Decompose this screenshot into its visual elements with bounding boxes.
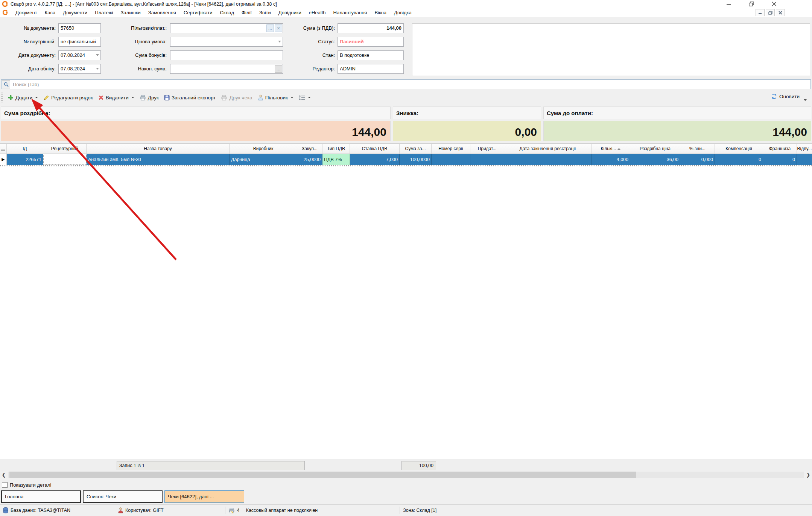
cell-receipt[interactable] — [43, 154, 87, 165]
tab-main[interactable]: Головна — [1, 490, 81, 503]
column-header-vat-type[interactable]: Тип ПДВ — [322, 144, 350, 154]
scroll-left-arrow[interactable]: ❮ — [0, 471, 8, 478]
mdi-restore-button[interactable] — [766, 9, 775, 16]
clear-x-button[interactable]: ✕ — [275, 24, 282, 32]
column-header-purchase[interactable]: Закуп... — [297, 144, 322, 154]
column-header-producer[interactable]: Виробник — [230, 144, 297, 154]
menu-settings[interactable]: Налаштування — [330, 9, 371, 17]
refresh-button[interactable]: Оновити — [768, 92, 802, 101]
menu-document[interactable]: Документ — [12, 9, 41, 17]
show-details-checkbox[interactable] — [2, 482, 8, 488]
column-header-vat-rate[interactable]: Ставка ПДВ — [350, 144, 400, 154]
floppy-icon — [164, 95, 170, 100]
menu-kasa[interactable]: Каса — [41, 9, 59, 17]
column-header-validity[interactable]: Придат... — [470, 144, 504, 154]
accum-sum-field[interactable]: … — [170, 64, 283, 74]
column-header-discount-pct[interactable]: % зни... — [680, 144, 715, 154]
ellipsis-button[interactable]: … — [275, 65, 282, 73]
column-header-serial[interactable]: Номер серії — [432, 144, 470, 154]
row-pointer-cell: ▶ — [0, 154, 7, 165]
sum-vat-label: Сума (з ПДВ): — [287, 23, 335, 33]
toolbar-grip[interactable] — [1, 93, 3, 102]
menu-documents[interactable]: Документи — [59, 9, 91, 17]
bonus-sum-label: Сума бонусів: — [105, 50, 167, 60]
search-input[interactable] — [11, 82, 810, 87]
column-header-quantity[interactable]: Кількі... — [592, 144, 630, 154]
menu-certificates[interactable]: Сертифікати — [180, 9, 216, 17]
discount-label: Знижка: — [393, 107, 541, 119]
search-box[interactable] — [1, 79, 811, 89]
column-header-id[interactable]: ІД — [7, 144, 43, 154]
doc-number-field[interactable]: 57650 — [58, 23, 101, 33]
cell-purchase: 25,0000 — [297, 154, 322, 165]
print-button[interactable]: Друк — [137, 93, 161, 102]
account-date-field[interactable]: 07.08.2024 — [58, 64, 101, 74]
ellipsis-button[interactable]: … — [266, 24, 274, 32]
column-header-reg-end-date[interactable]: Дата закінчення реєстрації — [504, 144, 592, 154]
menu-windows[interactable]: Вікна — [371, 9, 390, 17]
plus-icon — [8, 95, 14, 100]
grip-column-header[interactable] — [0, 144, 7, 154]
column-header-sum[interactable]: Сума за... — [400, 144, 432, 154]
beneficiary-button[interactable]: Пільговик — [255, 93, 296, 102]
column-header-name[interactable]: Назва товару — [87, 144, 230, 154]
export-button[interactable]: Загальний експорт — [161, 93, 219, 102]
menu-stock[interactable]: Залишки — [117, 9, 144, 17]
status-label: Статус: — [287, 37, 335, 47]
menu-orders[interactable]: Замовлення — [144, 9, 180, 17]
database-icon — [3, 507, 8, 513]
menu-ehealth[interactable]: eHealth — [305, 9, 330, 17]
doc-date-field[interactable]: 07.08.2024 — [58, 50, 101, 60]
user-icon — [118, 507, 123, 513]
tab-checks-active[interactable]: Чеки [64622], дані ... — [164, 490, 244, 503]
database-status: База даних: TASA3@TITAN — [0, 505, 73, 516]
table-row-selected[interactable]: ▶ 226571 Анальгин амп. 5мл №30 Дарница 2… — [0, 154, 812, 165]
column-header-retail-price[interactable]: Роздрібна ціна — [630, 144, 680, 154]
dropdown-caret-icon[interactable] — [804, 99, 807, 101]
mdi-minimize-button[interactable] — [756, 9, 765, 16]
totals-panel: Сума роздрібна: 144,00 Знижка: 0,00 Сума… — [0, 106, 812, 143]
restore-button[interactable] — [747, 1, 756, 7]
scrollbar-thumb[interactable] — [9, 472, 636, 478]
row-height-button[interactable] — [296, 93, 313, 102]
menu-payments[interactable]: Платежі — [91, 9, 117, 17]
record-bar: Запис 1 із 1 100,00 — [0, 460, 812, 471]
menu-help[interactable]: Довідка — [390, 9, 415, 17]
cell-vat-type: ПДВ 7% — [322, 154, 350, 165]
column-header-franchise[interactable]: Франшиза — [763, 144, 797, 154]
horizontal-scrollbar[interactable]: ❮ ❯ — [0, 471, 812, 479]
column-header-compensation[interactable]: Компенсація — [715, 144, 763, 154]
print-check-button[interactable]: Друк чека — [218, 93, 255, 102]
chevron-down-icon[interactable] — [96, 54, 99, 56]
doc-number-label: № документа: — [3, 23, 56, 33]
app-logo-icon-small — [3, 10, 8, 15]
add-button[interactable]: Додати — [5, 93, 41, 102]
minimize-button[interactable] — [725, 1, 733, 7]
beneficiary-field[interactable]: … ✕ — [170, 23, 283, 33]
beneficiary-label: Пільговик/плат.: — [105, 23, 167, 33]
cell-retail-price: 36,00 — [630, 154, 680, 165]
status-field: Пасивний — [338, 37, 404, 47]
menu-warehouse[interactable]: Склад — [216, 9, 238, 17]
menu-reports[interactable]: Звіти — [255, 9, 275, 17]
bonus-sum-field[interactable] — [170, 50, 283, 60]
internal-number-field[interactable]: не фискальный — [58, 37, 101, 47]
chevron-down-icon[interactable] — [278, 41, 281, 43]
edit-row-button[interactable]: Редагувати рядок — [41, 93, 95, 102]
menu-directories[interactable]: Довідники — [275, 9, 305, 17]
price-condition-field[interactable] — [170, 37, 283, 47]
delete-button[interactable]: Видалити — [96, 93, 137, 102]
state-field: В подготовке — [338, 50, 404, 60]
scrollbar-track[interactable] — [8, 472, 804, 478]
tab-list-checks[interactable]: Список: Чеки — [83, 490, 163, 503]
title-bar: Скарб pro v. 4.0.2.77 [ІД: ....] - [Апт … — [0, 0, 812, 8]
chevron-down-icon[interactable] — [96, 68, 99, 70]
close-button[interactable] — [770, 1, 778, 7]
mdi-close-button[interactable] — [776, 9, 785, 16]
column-header-receipt[interactable]: Рецептурний — [43, 144, 87, 154]
cell-name: Анальгин амп. 5мл №30 — [87, 154, 230, 165]
scroll-right-arrow[interactable]: ❯ — [804, 471, 812, 478]
to-pay-label: Сума до оплати: — [543, 107, 811, 119]
column-header-dispense[interactable]: Відпу... — [797, 144, 812, 154]
menu-branches[interactable]: Філії — [238, 9, 255, 17]
